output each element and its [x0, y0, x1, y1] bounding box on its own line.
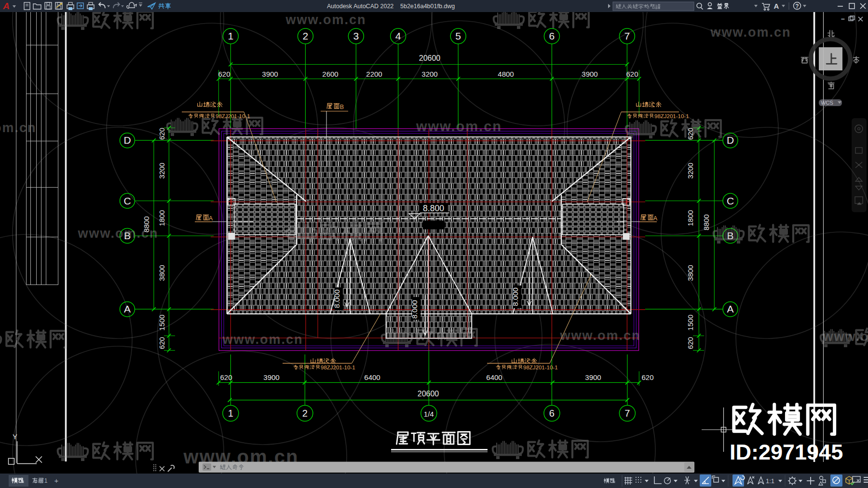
svg-text:1:1: 1:1 — [766, 477, 774, 485]
svg-text:3900: 3900 — [263, 373, 279, 381]
svg-text:620: 620 — [218, 70, 230, 78]
svg-text:1: 1 — [44, 477, 48, 484]
svg-text:7: 7 — [624, 30, 630, 41]
svg-text:3800: 3800 — [158, 265, 166, 281]
svg-text:620: 620 — [641, 373, 653, 381]
svg-text:Y: Y — [13, 433, 17, 441]
svg-text:3900: 3900 — [262, 70, 278, 78]
svg-text:6: 6 — [549, 30, 555, 41]
svg-text:www.om.cn: www.om.cn — [710, 25, 791, 40]
svg-text:8.800: 8.800 — [423, 203, 444, 213]
svg-text:1/4: 1/4 — [424, 410, 434, 418]
svg-text:Autodesk AutoCAD 2022: Autodesk AutoCAD 2022 — [327, 3, 393, 10]
svg-text:1800: 1800 — [686, 210, 694, 226]
svg-text:98ZJ201-10-1: 98ZJ201-10-1 — [654, 113, 689, 119]
svg-text:8.000: 8.000 — [410, 300, 419, 319]
svg-text:620: 620 — [158, 337, 166, 349]
svg-text:A: A — [774, 2, 779, 10]
svg-text:B: B — [340, 104, 344, 110]
svg-text:6400: 6400 — [364, 373, 380, 381]
svg-text:1800: 1800 — [158, 210, 166, 226]
svg-text:2200: 2200 — [366, 70, 382, 78]
svg-text:ID:2971945: ID:2971945 — [730, 440, 843, 464]
svg-text:www.om.cn: www.om.cn — [416, 119, 502, 134]
svg-text:4: 4 — [395, 30, 401, 41]
svg-text:www.om.cn: www.om.cn — [822, 329, 868, 344]
svg-text:6400: 6400 — [486, 373, 502, 381]
svg-text:C: C — [727, 195, 734, 206]
svg-text:–: – — [841, 15, 845, 23]
svg-text:5b2e16a4b01fb.dwg: 5b2e16a4b01fb.dwg — [400, 3, 455, 10]
svg-text:C: C — [123, 195, 131, 206]
svg-text:?: ? — [795, 3, 799, 10]
svg-text:A: A — [653, 215, 658, 222]
svg-text:20600: 20600 — [418, 390, 439, 398]
svg-text:620: 620 — [220, 373, 232, 381]
svg-text:4800: 4800 — [498, 70, 514, 78]
svg-text:20600: 20600 — [419, 54, 441, 62]
svg-text:2: 2 — [303, 30, 309, 41]
svg-text:1: 1 — [228, 408, 233, 419]
svg-text:3: 3 — [353, 30, 359, 41]
svg-text:5: 5 — [455, 30, 461, 41]
svg-text:6: 6 — [549, 408, 555, 419]
svg-text:620: 620 — [158, 128, 166, 140]
svg-text:A: A — [209, 215, 213, 222]
svg-text:A: A — [124, 303, 131, 314]
svg-text:3200: 3200 — [158, 163, 166, 178]
svg-text:2: 2 — [302, 408, 308, 419]
svg-text:98ZJ201-10-1: 98ZJ201-10-1 — [321, 365, 355, 370]
svg-text:3900: 3900 — [582, 70, 597, 78]
svg-text:A: A — [2, 1, 10, 11]
svg-text:+: + — [54, 476, 59, 485]
svg-text:1: 1 — [228, 30, 233, 41]
svg-text:D: D — [123, 135, 131, 146]
svg-text:8.000: 8.000 — [511, 287, 519, 306]
svg-text:3800: 3800 — [686, 265, 694, 281]
svg-text:www.om.cn: www.om.cn — [222, 332, 303, 347]
svg-text:2600: 2600 — [322, 70, 338, 78]
svg-text:WCS: WCS — [821, 100, 833, 106]
svg-text:8800: 8800 — [702, 214, 710, 230]
svg-text:1500: 1500 — [158, 314, 166, 330]
svg-text:3900: 3900 — [585, 373, 601, 381]
svg-text:D: D — [727, 135, 734, 146]
svg-text:www.om.cn: www.om.cn — [559, 328, 640, 343]
svg-text:www.om.cn: www.om.cn — [77, 226, 158, 241]
svg-text:1500: 1500 — [686, 314, 694, 330]
svg-text:620: 620 — [686, 337, 694, 349]
svg-text:3200: 3200 — [686, 163, 694, 178]
svg-text:3200: 3200 — [421, 70, 437, 78]
svg-text:www.om.cn: www.om.cn — [0, 121, 37, 135]
svg-text:8.000: 8.000 — [333, 289, 341, 308]
svg-text:www.om.cn: www.om.cn — [285, 13, 366, 27]
svg-text:A: A — [727, 303, 733, 314]
svg-text:98ZJ201-10-1: 98ZJ201-10-1 — [523, 365, 558, 370]
svg-text:620: 620 — [626, 70, 638, 78]
svg-text:7: 7 — [624, 408, 630, 419]
